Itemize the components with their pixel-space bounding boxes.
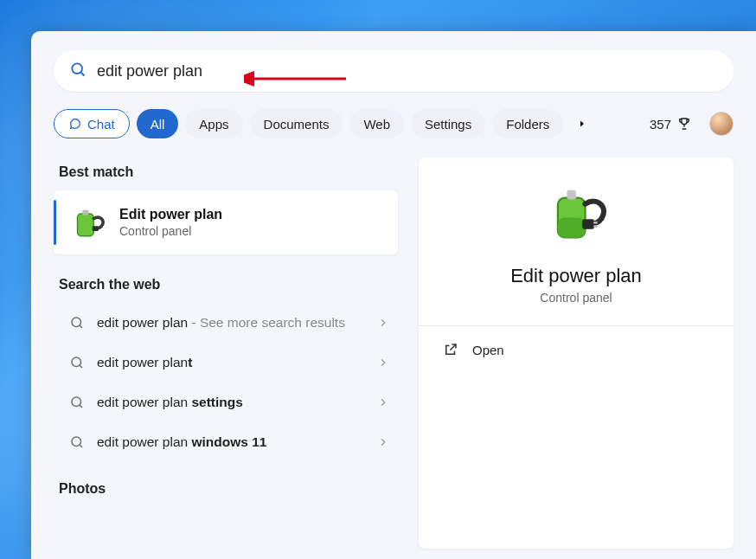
search-icon [69, 434, 85, 450]
web-result-0[interactable]: edit power plan - See more search result… [54, 303, 398, 343]
search-bar[interactable] [54, 50, 734, 92]
web-result-1[interactable]: edit power plant [54, 343, 398, 382]
search-icon [69, 355, 85, 370]
preview-subtitle: Control panel [419, 291, 734, 305]
svg-line-13 [80, 445, 82, 447]
results-left-column: Best match Edit power plan Control panel… [54, 157, 398, 549]
chevron-right-icon [377, 396, 389, 408]
svg-rect-4 [82, 210, 88, 215]
trophy-icon [676, 116, 692, 132]
web-result-3[interactable]: edit power plan windows 11 [54, 422, 398, 462]
filter-chat[interactable]: Chat [54, 109, 130, 138]
open-icon [443, 342, 458, 357]
results-area: Best match Edit power plan Control panel… [31, 151, 756, 549]
svg-rect-5 [93, 226, 99, 231]
svg-rect-18 [593, 222, 597, 224]
svg-rect-3 [78, 214, 94, 236]
filter-more-icon[interactable] [570, 112, 594, 136]
search-icon [69, 315, 85, 331]
filter-chat-label: Chat [87, 117, 115, 132]
best-match-subtitle: Control panel [119, 224, 222, 238]
svg-point-12 [72, 437, 81, 447]
filter-folders[interactable]: Folders [492, 109, 563, 138]
search-icon [69, 395, 85, 410]
filter-settings[interactable]: Settings [411, 109, 485, 138]
web-result-text: edit power plan settings [97, 394, 365, 411]
chevron-right-icon [377, 317, 389, 329]
svg-point-6 [72, 318, 81, 327]
filter-row: Chat All Apps Documents Web Settings Fol… [31, 92, 756, 151]
svg-rect-19 [593, 225, 597, 228]
preview-title: Edit power plan [419, 265, 734, 287]
svg-point-0 [72, 63, 82, 74]
user-avatar[interactable] [709, 112, 734, 136]
svg-line-1 [81, 73, 85, 76]
web-result-text: edit power plan - See more search result… [97, 314, 365, 331]
search-input[interactable] [97, 62, 718, 80]
filter-all[interactable]: All [137, 109, 179, 138]
chevron-right-icon [377, 357, 389, 369]
svg-line-11 [80, 405, 82, 408]
power-plan-icon-large [538, 177, 614, 253]
chevron-right-icon [377, 436, 389, 448]
filter-web[interactable]: Web [349, 109, 404, 138]
preview-pane: Edit power plan Control panel Open [419, 157, 734, 549]
svg-rect-16 [567, 190, 576, 200]
filter-apps[interactable]: Apps [185, 109, 242, 138]
svg-line-7 [80, 325, 82, 328]
rewards-points: 357 [650, 117, 671, 132]
search-icon [69, 61, 86, 81]
svg-line-9 [80, 365, 82, 368]
search-flyout: Chat All Apps Documents Web Settings Fol… [31, 31, 756, 559]
best-match-title: Edit power plan [119, 207, 222, 222]
web-result-2[interactable]: edit power plan settings [54, 382, 398, 422]
section-best-match: Best match [54, 157, 398, 190]
web-result-text: edit power plant [97, 354, 365, 371]
filter-documents[interactable]: Documents [250, 109, 343, 138]
svg-point-8 [72, 357, 81, 367]
section-search-web: Search the web [54, 270, 398, 303]
power-plan-icon [67, 202, 107, 242]
open-label: Open [472, 343, 504, 357]
open-action[interactable]: Open [419, 326, 734, 373]
best-match-result[interactable]: Edit power plan Control panel [54, 190, 398, 254]
svg-point-10 [72, 397, 81, 407]
web-result-text: edit power plan windows 11 [97, 434, 365, 451]
rewards-button[interactable]: 357 [650, 116, 692, 132]
svg-rect-17 [582, 219, 594, 228]
section-photos: Photos [54, 474, 398, 507]
svg-rect-15 [558, 218, 586, 238]
